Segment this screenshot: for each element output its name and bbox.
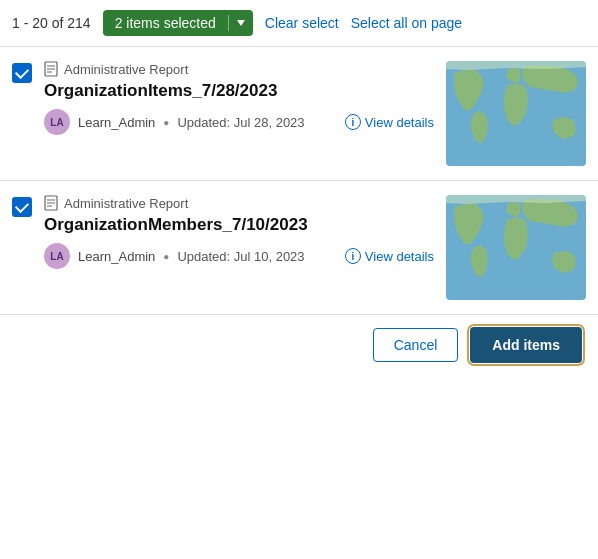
view-details-label-1: View details [365,115,434,130]
item-checkbox-2[interactable] [12,197,32,217]
updated-text-2: Updated: Jul 10, 2023 [177,249,304,264]
dot-2: ● [163,251,169,262]
page-count: 1 - 20 of 214 [12,15,91,31]
document-icon-2 [44,195,58,211]
view-details-button-2[interactable]: i View details [345,248,434,264]
select-all-button[interactable]: Select all on page [351,11,462,35]
view-details-button-1[interactable]: i View details [345,114,434,130]
dot-1: ● [163,117,169,128]
item-content-2: Administrative Report OrganizationMember… [44,195,434,269]
header-bar: 1 - 20 of 214 2 items selected Clear sel… [0,0,598,47]
item-type-label-2: Administrative Report [64,196,188,211]
cancel-button[interactable]: Cancel [373,328,459,362]
item-type-2: Administrative Report [44,195,434,211]
document-icon [44,61,58,77]
item-type-1: Administrative Report [44,61,434,77]
item-meta-1: LA Learn_Admin ● Updated: Jul 28, 2023 i… [44,109,434,135]
checkbox-area-2 [12,195,32,220]
avatar-2: LA [44,243,70,269]
item-meta-2: LA Learn_Admin ● Updated: Jul 10, 2023 i… [44,243,434,269]
item-meta-left-1: LA Learn_Admin ● Updated: Jul 28, 2023 [44,109,305,135]
selected-badge[interactable]: 2 items selected [103,10,253,36]
add-items-button[interactable]: Add items [470,327,582,363]
avatar-1: LA [44,109,70,135]
info-icon-2: i [345,248,361,264]
author-name-1: Learn_Admin [78,115,155,130]
author-name-2: Learn_Admin [78,249,155,264]
updated-text-1: Updated: Jul 28, 2023 [177,115,304,130]
list-item: Administrative Report OrganizationMember… [0,181,598,315]
list-item: Administrative Report OrganizationItems_… [0,47,598,181]
selected-count-label: 2 items selected [103,10,228,36]
item-content-1: Administrative Report OrganizationItems_… [44,61,434,135]
checkbox-area [12,61,32,86]
map-thumbnail-2 [446,195,586,300]
item-type-label-1: Administrative Report [64,62,188,77]
item-title-1: OrganizationItems_7/28/2023 [44,81,434,101]
clear-select-button[interactable]: Clear select [265,11,339,35]
view-details-label-2: View details [365,249,434,264]
info-icon-1: i [345,114,361,130]
item-checkbox-1[interactable] [12,63,32,83]
chevron-down-icon [237,20,245,26]
footer-bar: Cancel Add items [0,315,598,375]
item-title-2: OrganizationMembers_7/10/2023 [44,215,434,235]
selected-badge-dropdown[interactable] [228,15,253,31]
map-thumbnail-1 [446,61,586,166]
item-meta-left-2: LA Learn_Admin ● Updated: Jul 10, 2023 [44,243,305,269]
